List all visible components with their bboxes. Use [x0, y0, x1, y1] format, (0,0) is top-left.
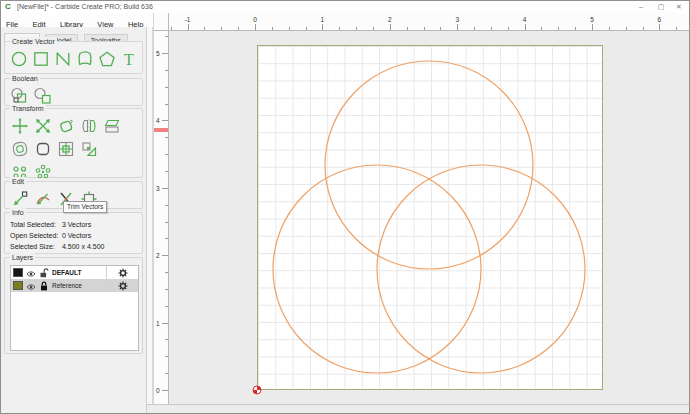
selected-circle-vector[interactable] — [325, 61, 533, 269]
text-tool-icon[interactable]: T — [120, 49, 138, 68]
bottom-scrollbar-strip[interactable] — [147, 404, 690, 414]
info-open-selected-value: 0 Vectors — [62, 230, 91, 241]
boolean-combine-icon[interactable] — [10, 86, 29, 105]
move-tool-icon[interactable] — [10, 116, 29, 135]
layer-locked-icon[interactable] — [39, 277, 49, 295]
shear-tool-icon[interactable] — [102, 116, 121, 135]
group-boolean-label: Boolean — [10, 74, 40, 83]
info-total-selected-label: Total Selected: — [10, 219, 62, 230]
group-info: Info Total Selected: 3 Vectors Open Sele… — [4, 212, 143, 254]
layer-name[interactable]: DEFAULT — [52, 269, 103, 276]
info-total-selected-value: 3 Vectors — [62, 219, 91, 230]
info-selected-size: Selected Size: 4.500 x 4.500 — [5, 241, 142, 252]
close-button[interactable]: ✕ — [671, 2, 687, 12]
polyline-tool-icon[interactable] — [54, 49, 72, 68]
group-transform: Transform — [4, 108, 143, 178]
origin-marker-icon — [253, 386, 261, 394]
venn-circles[interactable] — [273, 61, 585, 373]
title-bar: C [NewFile]* - Carbide Create PRO; Build… — [1, 1, 689, 13]
app-icon: C — [5, 2, 11, 12]
mirror-tool-icon[interactable] — [79, 116, 98, 135]
tool-panel: Design Model Toolpaths Create Vector T — [1, 27, 147, 414]
group-info-label: Info — [10, 208, 26, 217]
group-boolean: Boolean — [4, 78, 143, 106]
group-layers-label: Layers — [10, 253, 35, 262]
layers-list: DEFAULT Reference — [10, 265, 139, 351]
node-edit-tool-icon[interactable] — [10, 189, 29, 208]
info-selected-size-label: Selected Size: — [10, 241, 62, 252]
curve-fit-tool-icon[interactable] — [33, 189, 52, 208]
app-window: C [NewFile]* - Carbide Create PRO; Build… — [0, 0, 690, 414]
info-total-selected: Total Selected: 3 Vectors — [5, 219, 142, 230]
layer-settings-gear-icon[interactable] — [106, 279, 138, 292]
fillet-tool-icon[interactable] — [33, 139, 52, 158]
circle-tool-icon[interactable] — [10, 49, 28, 68]
ruler-cursor-marker — [154, 128, 169, 132]
maximize-button[interactable]: ▢ — [653, 2, 669, 12]
info-open-selected-label: Open Selected: — [10, 230, 62, 241]
align-tool-icon[interactable] — [56, 139, 75, 158]
layer-visibility-eye-icon[interactable] — [26, 277, 36, 295]
group-create-vector-label: Create Vector — [10, 37, 57, 46]
layer-settings-gear-icon[interactable] — [106, 266, 138, 279]
info-selected-size-value: 4.500 x 4.500 — [62, 241, 104, 252]
layer-row-reference[interactable]: Reference — [11, 279, 138, 292]
minimize-button[interactable]: – — [633, 2, 649, 12]
scale-tool-icon[interactable] — [33, 116, 52, 135]
svg-text:T: T — [124, 50, 134, 67]
group-create-vector: Create Vector T — [4, 41, 143, 74]
vertical-ruler: 543210 — [153, 31, 169, 404]
info-open-selected: Open Selected: 0 Vectors — [5, 230, 142, 241]
trim-vectors-tooltip: Trim Vectors — [63, 201, 107, 213]
layer-name[interactable]: Reference — [52, 282, 103, 289]
ruler-corner — [153, 13, 169, 31]
horizontal-ruler: -10123456 — [169, 13, 690, 31]
layer-color-swatch[interactable] — [13, 281, 23, 290]
vector-svg[interactable] — [169, 31, 690, 404]
circular-array-tool-icon[interactable] — [33, 162, 52, 181]
polygon-tool-icon[interactable] — [98, 49, 116, 68]
boolean-subtract-icon[interactable] — [33, 86, 52, 105]
nest-tool-icon[interactable] — [79, 139, 98, 158]
group-transform-label: Transform — [10, 104, 46, 113]
group-layers: Layers DEFAULT — [4, 257, 143, 354]
rectangle-tool-icon[interactable] — [32, 49, 50, 68]
group-edit-label: Edit — [10, 177, 26, 186]
window-title: [NewFile]* - Carbide Create PRO; Build 6… — [17, 3, 153, 10]
layer-color-swatch[interactable] — [13, 268, 23, 277]
offset-tool-icon[interactable] — [10, 139, 29, 158]
curve-tool-icon[interactable] — [76, 49, 94, 68]
design-canvas[interactable] — [169, 31, 690, 404]
rotate-tool-icon[interactable] — [56, 116, 75, 135]
